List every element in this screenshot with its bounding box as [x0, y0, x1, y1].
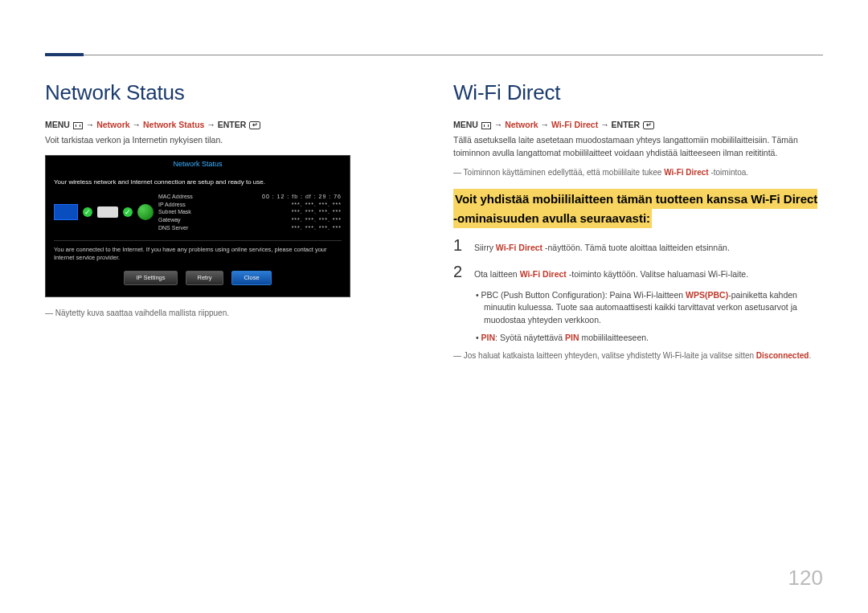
ns-button-row: IP Settings Retry Close: [54, 271, 342, 289]
highlight-heading-wrap: Voit yhdistää mobiililaitteen tämän tuot…: [453, 190, 823, 228]
ns-body: Your wireless network and Internet conne…: [46, 173, 350, 297]
enter-label: ENTER: [218, 120, 247, 129]
step-text: Ota laitteen Wi-Fi Direct -toiminto käyt…: [474, 268, 823, 281]
check-icon: ✓: [123, 207, 133, 217]
bullet-pbc: PBC (Push Button Configuration): Paina W…: [474, 289, 823, 327]
divider: [54, 240, 342, 241]
page-number: 120: [788, 566, 823, 591]
columns: Network Status MENU → Network → Network …: [45, 80, 823, 366]
right-note1: Toiminnon käyttäminen edellyttää, että m…: [453, 166, 823, 178]
globe-icon: [137, 204, 154, 220]
header-accent: [45, 53, 84, 56]
check-icon: ✓: [83, 207, 92, 217]
step-1: 1 Siirry Wi-Fi Direct -näyttöön. Tämä tu…: [453, 236, 823, 255]
bullet-pin: PIN: Syötä näytettävä PIN mobiililaittee…: [474, 332, 823, 345]
ns-graphic-row: ✓ ✓ MAC Address00 : 12 : fb : df : 29 : …: [54, 193, 342, 232]
ip-settings-button[interactable]: IP Settings: [124, 271, 177, 286]
retry-button[interactable]: Retry: [186, 271, 224, 286]
manual-page: Network Status MENU → Network → Network …: [0, 0, 868, 613]
section-heading-wifi-direct: Wi-Fi Direct: [453, 80, 823, 105]
bullet-list: PBC (Push Button Configuration): Paina W…: [474, 289, 823, 345]
step-number: 1: [453, 236, 465, 255]
ns-title: Network Status: [46, 156, 350, 173]
menu-path-left: MENU → Network → Network Status → ENTER: [45, 120, 415, 129]
menu-icon: [73, 122, 83, 129]
ns-message: You are connected to the Internet. If yo…: [54, 246, 342, 263]
close-button[interactable]: Close: [231, 271, 271, 286]
menu-path-right: MENU → Network → Wi-Fi Direct → ENTER: [453, 120, 823, 129]
left-desc: Voit tarkistaa verkon ja Internetin nyky…: [45, 134, 415, 147]
network-status-window: Network Status Your wireless network and…: [45, 155, 350, 297]
right-note2: Jos haluat katkaista laitteen yhteyden, …: [453, 349, 823, 362]
step-number: 2: [453, 263, 465, 281]
ns-info-table: MAC Address00 : 12 : fb : df : 29 : 76 I…: [158, 193, 342, 232]
enter-label: ENTER: [612, 120, 641, 129]
menu-label: MENU: [45, 120, 72, 129]
menu-network: Network: [96, 120, 129, 129]
step-text: Siirry Wi-Fi Direct -näyttöön. Tämä tuot…: [474, 242, 823, 255]
menu-label: MENU: [453, 120, 481, 129]
menu-item: Wi-Fi Direct: [551, 120, 598, 129]
section-heading-network-status: Network Status: [45, 80, 415, 105]
right-column: Wi-Fi Direct MENU → Network → Wi-Fi Dire…: [453, 80, 823, 366]
enter-icon: [249, 121, 260, 129]
highlight-heading: Voit yhdistää mobiililaitteen tämän tuot…: [453, 189, 817, 228]
menu-item: Network Status: [143, 120, 204, 129]
right-para1: Tällä asetuksella laite asetetaan muodos…: [453, 134, 823, 160]
enter-icon: [643, 121, 654, 129]
menu-network: Network: [505, 120, 538, 129]
step-2: 2 Ota laitteen Wi-Fi Direct -toiminto kä…: [453, 263, 823, 281]
left-footnote: Näytetty kuva saattaa vaihdella mallista…: [45, 307, 415, 319]
ns-status-line: Your wireless network and Internet conne…: [54, 178, 342, 186]
header-rule: [45, 55, 823, 55]
menu-icon: [481, 122, 491, 129]
router-icon: [97, 206, 118, 218]
left-column: Network Status MENU → Network → Network …: [45, 80, 415, 366]
tv-icon: [54, 204, 78, 220]
